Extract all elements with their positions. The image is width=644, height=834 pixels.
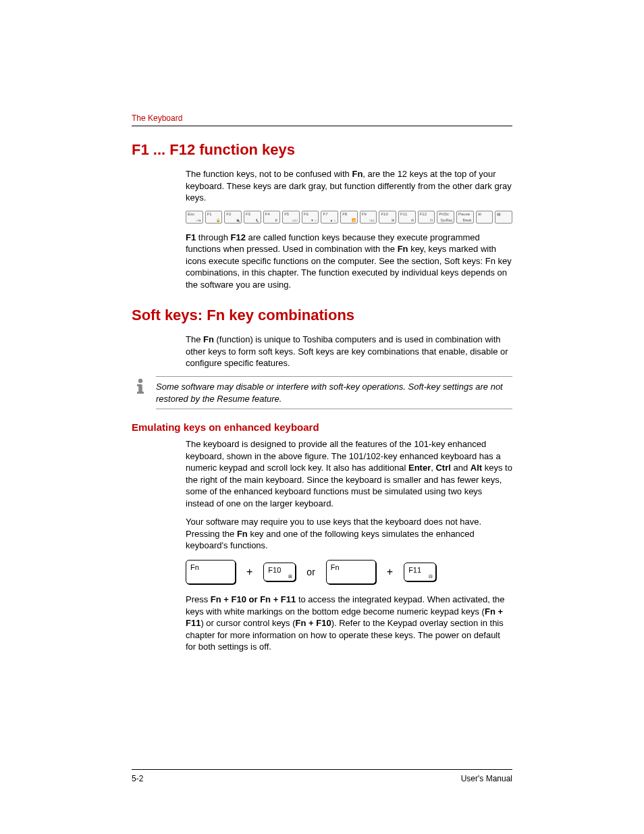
fkey-f4: F4⏸ (263, 211, 281, 224)
key-label: Fn (331, 563, 340, 571)
svg-rect-2 (137, 384, 140, 386)
note-block: Some software may disable or interfere w… (132, 376, 512, 409)
bold-fn: Fn (398, 244, 408, 254)
text: The (186, 334, 203, 344)
key-fn: Fn (186, 560, 236, 584)
text: and (451, 463, 471, 473)
fkey-f7: F7▲☼ (321, 211, 338, 224)
fkey-f9: F9□▭ (360, 211, 377, 224)
text: ) or cursor control keys ( (200, 618, 295, 628)
bold-fn: Fn (352, 169, 363, 179)
para-emulate-1: The keyboard is designed to provide all … (186, 438, 512, 509)
fkey-esc: Esc○/● (186, 211, 203, 224)
bold-combo: Fn + F10 or Fn + F11 (211, 594, 296, 604)
fkey-f3: F3⏾ (244, 211, 261, 224)
para-emulate-3: Press Fn + F10 or Fn + F11 to access the… (186, 594, 512, 653)
bold-ctrl: Ctrl (435, 463, 450, 473)
fkey-prtsc: PrtScSysReq (437, 211, 454, 224)
para-emulate-2: Your software may require you to use key… (186, 516, 512, 552)
bold-fn-f10: Fn + F10 (296, 618, 331, 628)
fkey-f10: F10⊞ (379, 211, 396, 224)
fkey-f11: F11⊟ (398, 211, 416, 224)
key-f10: F10⊞ (263, 563, 296, 581)
svg-point-0 (138, 379, 142, 383)
text: Press (186, 594, 211, 604)
bold-fn: Fn (237, 529, 248, 539)
or-text: or (306, 567, 315, 577)
note-text: Some software may disable or interfere w… (156, 376, 512, 409)
para-fn-explain: F1 through F12 are called function keys … (186, 232, 512, 291)
fkey-f5: F5▭□ (282, 211, 300, 224)
key-label: Fn (190, 563, 199, 571)
key-sub-icon: ⊟ (429, 574, 433, 579)
function-key-row-figure: Esc○/●F1🔒F2🔌F3⏾F4⏸F5▭□F6▼☼F7▲☼F8📶F9□▭F10… (186, 211, 512, 224)
fkey-⊞: ⊞ (476, 211, 493, 224)
plus-symbol: + (246, 566, 252, 578)
key-f11: F11⊟ (404, 563, 436, 581)
section-heading-soft-keys: Soft keys: Fn key combinations (132, 307, 512, 324)
text: through (196, 232, 230, 242)
text: (function) is unique to Toshiba computer… (186, 334, 508, 368)
page-footer: 5-2 User's Manual (132, 769, 512, 783)
footer-rule (132, 769, 512, 770)
key-label: F11 (408, 566, 421, 574)
header-rule (132, 126, 512, 126)
bold-enter: Enter (408, 463, 431, 473)
fkey-pause: PauseBreak (456, 211, 474, 224)
plus-symbol: + (387, 566, 393, 578)
fkey-f1: F1🔒 (205, 211, 223, 224)
info-icon (132, 377, 149, 398)
text: The function keys, not to be confused wi… (186, 169, 352, 179)
fkey-f12: F12⊡ (418, 211, 435, 224)
fkey-f8: F8📶 (340, 211, 358, 224)
para-softkeys-intro: The Fn (function) is unique to Toshiba c… (186, 334, 512, 369)
para-fn-intro: The function keys, not to be confused wi… (186, 168, 512, 204)
bold-alt: Alt (471, 463, 482, 473)
running-head: The Keyboard (132, 113, 512, 123)
key-sub-icon: ⊞ (288, 574, 292, 579)
fkey-▤: ▤ (495, 211, 512, 224)
fkey-f6: F6▼☼ (302, 211, 319, 224)
bold-f1: F1 (186, 232, 196, 242)
manual-title: User's Manual (461, 774, 512, 783)
fkey-f2: F2🔌 (224, 211, 242, 224)
bold-fn: Fn (203, 334, 214, 344)
subsection-heading-emulating: Emulating keys on enhanced keyboard (132, 421, 512, 433)
key-label: F10 (268, 566, 281, 574)
page-number: 5-2 (132, 774, 143, 783)
key-fn: Fn (326, 560, 376, 584)
svg-rect-3 (137, 392, 144, 394)
key-combo-figure: Fn + F10⊞ or Fn + F11⊟ (186, 560, 512, 584)
section-heading-function-keys: F1 ... F12 function keys (132, 141, 512, 159)
bold-f12: F12 (231, 232, 246, 242)
